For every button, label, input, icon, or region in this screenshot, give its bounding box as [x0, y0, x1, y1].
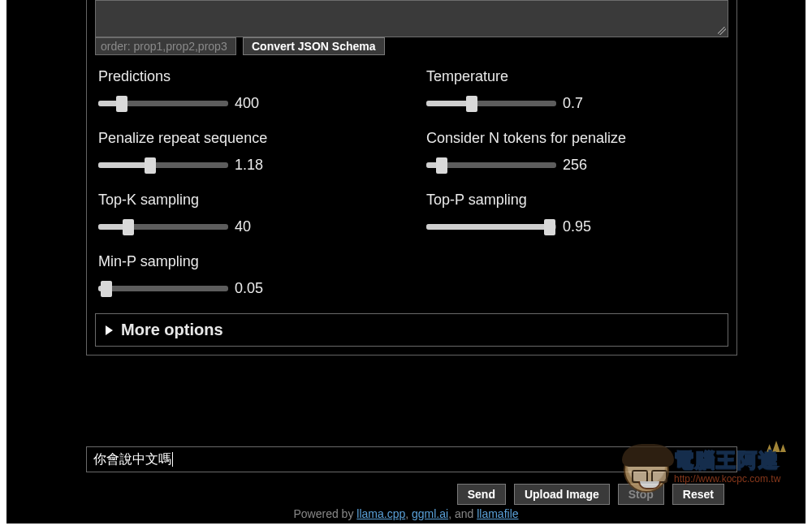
- watermark-crown-icon: [767, 441, 786, 452]
- footer-prefix: Powered by: [293, 507, 356, 520]
- footer: Powered by llama.cpp, ggml.ai, and llama…: [6, 507, 806, 520]
- temperature-label: Temperature: [426, 68, 725, 85]
- top-p-label: Top-P sampling: [426, 192, 725, 209]
- footer-link-ggml-ai[interactable]: ggml.ai: [412, 507, 448, 520]
- penalize-repeat-block: Penalize repeat sequence 1.18: [98, 130, 397, 174]
- schema-order-input[interactable]: [95, 37, 236, 55]
- schema-order-row: Convert JSON Schema: [95, 37, 728, 55]
- predictions-label: Predictions: [98, 68, 397, 85]
- penalize-repeat-slider[interactable]: [98, 157, 228, 174]
- consider-n-slider[interactable]: [426, 157, 556, 174]
- consider-n-value: 256: [563, 157, 587, 174]
- prompt-input[interactable]: 你會說中文嗎: [86, 446, 737, 472]
- top-p-block: Top-P sampling 0.95: [426, 192, 725, 235]
- consider-n-label: Consider N tokens for penalize: [426, 130, 725, 147]
- action-buttons: Send Upload Image Stop Reset: [457, 484, 724, 505]
- predictions-slider[interactable]: [98, 96, 228, 112]
- min-p-label: Min-P sampling: [98, 253, 397, 270]
- min-p-slider[interactable]: [98, 281, 228, 297]
- footer-link-llamafile[interactable]: llamafile: [477, 507, 518, 520]
- footer-link-llama-cpp[interactable]: llama.cpp: [356, 507, 405, 520]
- temperature-slider[interactable]: [426, 96, 556, 112]
- top-k-label: Top-K sampling: [98, 192, 397, 209]
- reset-button[interactable]: Reset: [672, 484, 724, 505]
- temperature-value: 0.7: [563, 95, 583, 112]
- top-k-slider[interactable]: [98, 219, 228, 235]
- top-k-block: Top-K sampling 40: [98, 192, 397, 235]
- top-k-value: 40: [235, 218, 251, 235]
- top-p-slider[interactable]: [426, 219, 556, 235]
- watermark-url: http://www.kocpc.com.tw: [674, 473, 780, 485]
- upload-image-button[interactable]: Upload Image: [514, 484, 610, 505]
- convert-json-schema-button[interactable]: Convert JSON Schema: [243, 37, 385, 55]
- more-options-toggle[interactable]: More options: [95, 313, 728, 347]
- min-p-value: 0.05: [235, 280, 263, 297]
- predictions-value: 400: [235, 95, 259, 112]
- penalize-repeat-value: 1.18: [235, 157, 263, 174]
- top-p-value: 0.95: [563, 218, 591, 235]
- chevron-right-icon: [106, 325, 113, 335]
- temperature-block: Temperature 0.7: [426, 68, 725, 112]
- prompt-text: 你會說中文嗎: [93, 451, 171, 468]
- stop-button[interactable]: Stop: [618, 484, 664, 505]
- more-options-label: More options: [121, 321, 223, 339]
- penalize-repeat-label: Penalize repeat sequence: [98, 130, 397, 147]
- send-button[interactable]: Send: [457, 484, 506, 505]
- consider-n-block: Consider N tokens for penalize 256: [426, 130, 725, 174]
- predictions-block: Predictions 400: [98, 68, 397, 112]
- sliders-grid: Predictions 400 Temperature: [95, 68, 728, 297]
- app-root: Convert JSON Schema Predictions 400 Temp…: [6, 0, 806, 524]
- options-panel: Convert JSON Schema Predictions 400 Temp…: [86, 0, 737, 355]
- schema-textarea[interactable]: [95, 0, 728, 37]
- min-p-block: Min-P sampling 0.05: [98, 253, 397, 297]
- text-cursor-icon: [172, 452, 173, 467]
